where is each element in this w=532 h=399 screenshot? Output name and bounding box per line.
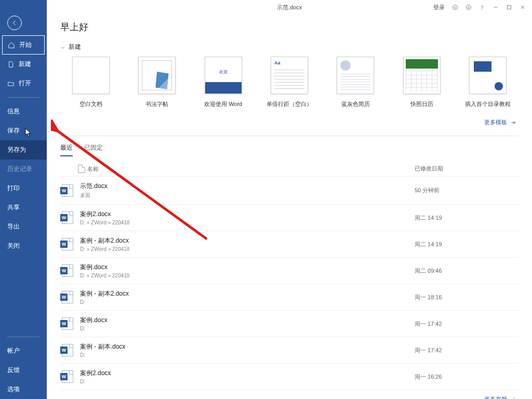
svg-point-4 [468,7,468,7]
back-button[interactable] [7,16,22,30]
file-row[interactable]: 案例2.docx D: 周一 16:26 [60,364,518,390]
file-date: 周一 17:42 [415,347,518,354]
templates-row: 空白文档 书法字帖 欢迎使用 Word 单倍行距（空白） 蓝灰色简历 快照日历 … [62,57,516,108]
file-date: 周二 14:19 [415,214,518,222]
word-file-icon [60,343,75,357]
file-row[interactable]: 案例 - 副本2.docx D: 周一 18:16 [60,284,518,311]
column-name-label: 名称 [87,165,99,173]
doc-icon [78,165,85,173]
tab-recent[interactable]: 最近 [60,143,73,156]
sidebar-label: 新建 [19,60,31,69]
file-path: D: [80,299,415,305]
template-thumb [271,57,308,94]
file-row[interactable]: 示范.docx 桌面 50 分钟前 [60,177,518,205]
template-single-spacing[interactable]: 单倍行距（空白） [261,57,318,108]
tab-pinned[interactable]: 已固定 [84,143,103,156]
file-date: 周一 18:16 [415,294,518,301]
template-label: 书法字帖 [145,100,168,108]
face-sad-icon[interactable] [466,4,472,10]
backstage-sidebar: 开始 新建 打开 信息 保存 另存为 历史记录 打印 共享 导出 关闭 帐户 反… [0,0,47,399]
login-link[interactable]: 登录 [433,4,445,11]
sidebar-item-start[interactable]: 开始 [2,35,45,55]
file-row[interactable]: 案例2.docx D: » ZWord » 220418 周二 14:19 [60,205,518,231]
document-title: 示范.docx [277,4,302,11]
main-pane: 示范.docx 登录 早上好 新建 空白文档 书法字帖 欢迎使用 Word [47,0,532,399]
window-minimize-icon[interactable] [493,4,499,10]
word-file-icon [60,210,75,225]
template-calligraphy[interactable]: 书法字帖 [128,57,185,108]
file-path: D: [80,379,415,384]
word-file-icon [60,369,75,384]
sidebar-label: 反馈 [7,366,20,375]
sidebar-item-info[interactable]: 信息 [0,102,47,121]
svg-point-0 [453,5,458,10]
template-label: 蓝灰色简历 [341,100,370,108]
sidebar-item-share[interactable]: 共享 [0,198,47,217]
sidebar-item-export[interactable]: 导出 [0,217,47,236]
template-welcome[interactable]: 欢迎使用 Word [195,57,252,108]
svg-rect-7 [508,6,511,9]
sidebar-label: 共享 [7,203,20,212]
sidebar-label: 另存为 [7,145,26,154]
file-name: 案例 - 副本2.docx [80,236,415,245]
sidebar-item-new[interactable]: 新建 [0,55,47,74]
template-thumb [72,57,110,94]
template-thumb [403,57,441,94]
titlebar: 示范.docx 登录 [47,0,532,15]
sidebar-item-options[interactable]: 选项 [0,380,47,399]
file-path: D: [80,326,415,331]
file-row[interactable]: 案例 - 副本2.docx D: » ZWord » 220418 周二 14:… [60,231,518,258]
more-files-label: 更多文档 [484,395,507,399]
template-thumb [205,57,242,94]
file-name: 案例 - 副本.docx [80,342,415,351]
word-file-icon [60,290,75,304]
svg-point-5 [469,7,470,7]
sidebar-label: 导出 [7,222,20,231]
template-blank[interactable]: 空白文档 [62,57,119,108]
window-close-icon[interactable] [520,4,526,10]
template-label: 单倍行距（空白） [267,100,312,108]
sidebar-label: 打开 [19,79,31,88]
template-toc[interactable]: 插入首个目录教程 [459,57,516,108]
file-name: 案例.docx [80,316,415,325]
template-resume[interactable]: 蓝灰色简历 [327,57,384,108]
sidebar-item-print[interactable]: 打印 [0,179,47,198]
sidebar-item-open[interactable]: 打开 [0,74,47,93]
template-label: 插入首个目录教程 [465,100,511,108]
folder-open-icon [7,80,15,87]
help-icon[interactable] [479,4,485,10]
sidebar-item-account[interactable]: 帐户 [0,341,47,361]
more-templates-label: 更多模板 [484,118,507,126]
sidebar-item-feedback[interactable]: 反馈 [0,361,47,380]
window-maximize-icon[interactable] [506,4,512,10]
template-thumb [138,57,176,94]
divider [60,136,518,136]
greeting-heading: 早上好 [60,21,518,33]
chevron-down-icon [60,45,65,50]
file-date: 周一 16:26 [415,373,518,381]
file-name: 案例2.docx [80,210,415,219]
sidebar-item-saveas[interactable]: 另存为 [0,140,47,159]
file-path: D: » ZWord » 220418 [80,220,415,225]
home-icon [8,42,15,49]
sidebar-label: 信息 [7,107,20,116]
more-templates-link[interactable]: 更多模板 [60,113,518,136]
file-row[interactable]: 案例.docx D: » ZWord » 220418 周二 09:46 [60,258,518,284]
more-files-link[interactable]: 更多文档 [60,390,518,399]
template-calendar[interactable]: 快照日历 [393,57,450,108]
sidebar-item-save[interactable]: 保存 [0,121,47,140]
sidebar-item-history[interactable]: 历史记录 [0,159,47,179]
svg-point-3 [467,5,471,10]
face-smile-icon[interactable] [452,4,458,10]
file-row[interactable]: 案例.docx D: 周一 17:42 [60,311,518,337]
file-name: 示范.docx [80,182,415,191]
new-doc-icon [7,61,15,68]
file-date: 周二 14:19 [415,241,518,248]
file-path: 桌面 [80,192,415,199]
sidebar-label: 选项 [7,385,20,394]
sidebar-label: 开始 [19,41,32,49]
file-row[interactable]: 案例 - 副本.docx D: 周一 17:42 [60,337,518,364]
file-path: D: [80,352,415,358]
sidebar-item-close[interactable]: 关闭 [0,236,47,256]
new-section-toggle[interactable]: 新建 [60,43,518,51]
